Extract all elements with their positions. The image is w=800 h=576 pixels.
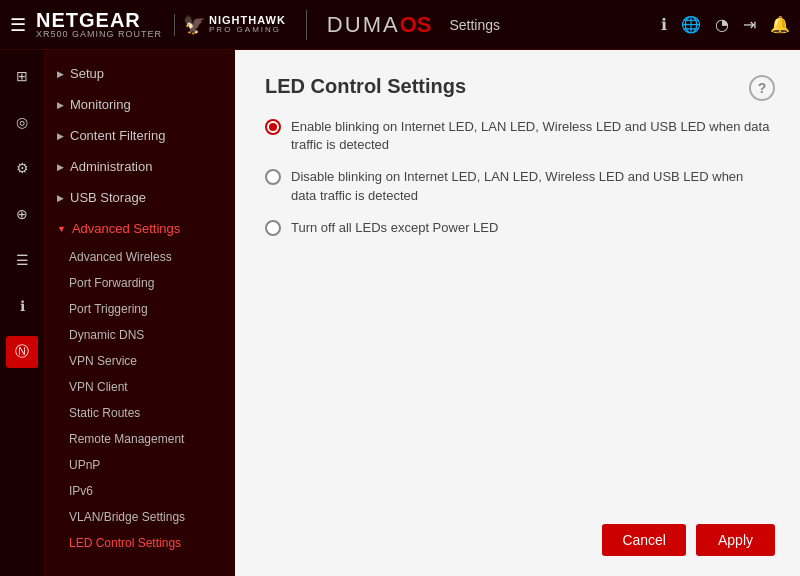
setup-label: Setup [70, 66, 104, 81]
content-filtering-label: Content Filtering [70, 128, 165, 143]
bell-icon[interactable]: 🔔 [770, 15, 790, 34]
nighthawk-bird-icon: 🦅 [183, 14, 205, 36]
radio-option-enable[interactable]: Enable blinking on Internet LED, LAN LED… [265, 118, 770, 154]
apply-button[interactable]: Apply [696, 524, 775, 556]
submenu-vlan-bridge[interactable]: VLAN/Bridge Settings [45, 504, 235, 530]
sidebar-item-content-filtering[interactable]: ▶ Content Filtering [45, 120, 235, 151]
submenu-upnp[interactable]: UPnP [45, 452, 235, 478]
submenu-remote-management[interactable]: Remote Management [45, 426, 235, 452]
sidebar-icons: ⊞ ◎ ⚙ ⊕ ☰ ℹ Ⓝ [0, 50, 45, 576]
pro-gaming-label: PRO GAMING [209, 26, 286, 34]
netgear-logo: NETGEAR XR500 GAMING ROUTER [36, 10, 162, 39]
advanced-settings-arrow-icon: ▼ [57, 224, 66, 234]
sidebar-item-advanced-settings[interactable]: ▼ Advanced Settings [45, 213, 235, 244]
radio-circle-enable [265, 119, 281, 135]
topnav-icons: ℹ 🌐 ◔ ⇥ 🔔 [661, 15, 790, 34]
sidebar-item-setup[interactable]: ▶ Setup [45, 58, 235, 89]
monitoring-arrow-icon: ▶ [57, 100, 64, 110]
submenu-led-control[interactable]: LED Control Settings [45, 530, 235, 556]
settings-label: Settings [449, 17, 500, 33]
sidebar-item-monitoring[interactable]: ▶ Monitoring [45, 89, 235, 120]
administration-label: Administration [70, 159, 152, 174]
sidebar-icon-network[interactable]: ⊕ [6, 198, 38, 230]
setup-arrow-icon: ▶ [57, 69, 64, 79]
usb-storage-arrow-icon: ▶ [57, 193, 64, 203]
sidebar-icon-gear[interactable]: ⚙ [6, 152, 38, 184]
radio-label-enable: Enable blinking on Internet LED, LAN LED… [291, 118, 770, 154]
radio-circle-turnoff [265, 220, 281, 236]
submenu-port-forwarding[interactable]: Port Forwarding [45, 270, 235, 296]
bottom-buttons: Cancel Apply [602, 524, 775, 556]
sidebar-icon-info[interactable]: ℹ [6, 290, 38, 322]
submenu-dynamic-dns[interactable]: Dynamic DNS [45, 322, 235, 348]
submenu-port-triggering[interactable]: Port Triggering [45, 296, 235, 322]
nighthawk-text: NIGHTHAWK PRO GAMING [209, 15, 286, 34]
radio-option-turnoff[interactable]: Turn off all LEDs except Power LED [265, 219, 770, 237]
sidebar-item-usb-storage[interactable]: ▶ USB Storage [45, 182, 235, 213]
submenu-advanced-wireless[interactable]: Advanced Wireless [45, 244, 235, 270]
radio-option-disable[interactable]: Disable blinking on Internet LED, LAN LE… [265, 168, 770, 204]
radio-circle-disable [265, 169, 281, 185]
logo-divider [306, 10, 307, 40]
info-icon[interactable]: ℹ [661, 15, 667, 34]
submenu-vpn-client[interactable]: VPN Client [45, 374, 235, 400]
sidebar-item-administration[interactable]: ▶ Administration [45, 151, 235, 182]
usb-storage-label: USB Storage [70, 190, 146, 205]
globe-icon[interactable]: 🌐 [681, 15, 701, 34]
page-title: LED Control Settings [265, 75, 770, 98]
topnav: ☰ NETGEAR XR500 GAMING ROUTER 🦅 NIGHTHAW… [0, 0, 800, 50]
sidebar-icon-monitoring[interactable]: ◎ [6, 106, 38, 138]
content-area: LED Control Settings ? Enable blinking o… [235, 50, 800, 576]
dumaos-logo: DUMA OS [327, 12, 432, 38]
radio-label-turnoff: Turn off all LEDs except Power LED [291, 219, 498, 237]
submenu-static-routes[interactable]: Static Routes [45, 400, 235, 426]
duma-text: DUMA [327, 12, 400, 38]
administration-arrow-icon: ▶ [57, 162, 64, 172]
nighthawk-logo: 🦅 NIGHTHAWK PRO GAMING [174, 14, 286, 36]
logo-area: NETGEAR XR500 GAMING ROUTER 🦅 NIGHTHAWK … [36, 10, 500, 40]
sidebar-icon-dashboard[interactable]: ⊞ [6, 60, 38, 92]
content-filtering-arrow-icon: ▶ [57, 131, 64, 141]
radio-options: Enable blinking on Internet LED, LAN LED… [265, 118, 770, 237]
advanced-settings-label: Advanced Settings [72, 221, 180, 236]
cancel-button[interactable]: Cancel [602, 524, 686, 556]
sidebar-menu: ▶ Setup ▶ Monitoring ▶ Content Filtering… [45, 50, 235, 576]
help-icon[interactable]: ? [749, 75, 775, 101]
xr500-label: XR500 GAMING ROUTER [36, 30, 162, 39]
menu-icon[interactable]: ☰ [10, 14, 26, 36]
sidebar-icon-netgear[interactable]: Ⓝ [6, 336, 38, 368]
submenu-ipv6[interactable]: IPv6 [45, 478, 235, 504]
exit-icon[interactable]: ⇥ [743, 15, 756, 34]
radio-label-disable: Disable blinking on Internet LED, LAN LE… [291, 168, 770, 204]
main-layout: ⊞ ◎ ⚙ ⊕ ☰ ℹ Ⓝ ▶ Setup ▶ Monitoring ▶ Con… [0, 50, 800, 576]
submenu-vpn-service[interactable]: VPN Service [45, 348, 235, 374]
netgear-text: NETGEAR [36, 10, 162, 30]
monitoring-label: Monitoring [70, 97, 131, 112]
sidebar-icon-list[interactable]: ☰ [6, 244, 38, 276]
os-text: OS [400, 12, 432, 38]
clock-icon[interactable]: ◔ [715, 15, 729, 34]
